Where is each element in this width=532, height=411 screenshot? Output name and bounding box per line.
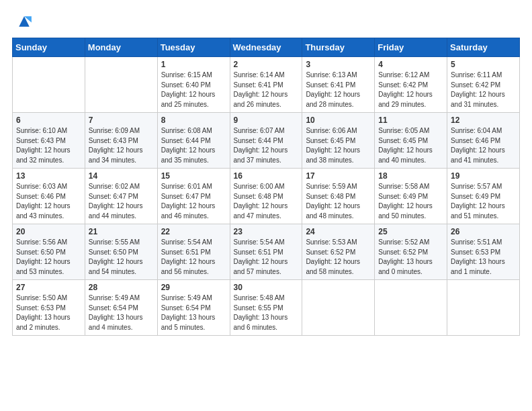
day-info: Sunrise: 6:12 AMSunset: 6:42 PMDaylight:… — [378, 71, 443, 109]
day-info: Sunrise: 5:54 AMSunset: 6:51 PMDaylight:… — [234, 238, 299, 277]
day-number: 30 — [234, 283, 299, 292]
day-number: 11 — [378, 116, 443, 125]
day-info: Sunrise: 5:48 AMSunset: 6:55 PMDaylight:… — [234, 293, 299, 332]
day-cell: 5Sunrise: 6:11 AMSunset: 6:42 PMDaylight… — [447, 57, 520, 113]
calendar: SundayMondayTuesdayWednesdayThursdayFrid… — [12, 38, 520, 336]
weekday-header-saturday: Saturday — [447, 38, 520, 57]
day-number: 22 — [161, 227, 226, 236]
header — [12, 12, 520, 31]
day-info: Sunrise: 5:49 AMSunset: 6:54 PMDaylight:… — [161, 293, 226, 332]
day-cell: 16Sunrise: 6:00 AMSunset: 6:48 PMDayligh… — [230, 169, 302, 224]
day-info: Sunrise: 6:07 AMSunset: 6:44 PMDaylight:… — [234, 126, 299, 165]
week-row-5: 27Sunrise: 5:50 AMSunset: 6:53 PMDayligh… — [13, 280, 520, 336]
day-info: Sunrise: 6:04 AMSunset: 6:46 PMDaylight:… — [451, 126, 516, 165]
day-cell: 9Sunrise: 6:07 AMSunset: 6:44 PMDaylight… — [230, 113, 302, 169]
day-number: 6 — [16, 116, 81, 125]
day-cell: 28Sunrise: 5:49 AMSunset: 6:54 PMDayligh… — [85, 280, 157, 336]
day-cell: 14Sunrise: 6:02 AMSunset: 6:47 PMDayligh… — [85, 169, 157, 224]
day-number: 7 — [89, 116, 154, 125]
day-number: 26 — [451, 227, 516, 236]
day-info: Sunrise: 5:56 AMSunset: 6:50 PMDaylight:… — [16, 238, 81, 277]
day-info: Sunrise: 5:58 AMSunset: 6:49 PMDaylight:… — [378, 182, 443, 221]
day-number: 21 — [89, 227, 154, 236]
day-number: 1 — [161, 60, 226, 69]
day-info: Sunrise: 6:06 AMSunset: 6:45 PMDaylight:… — [306, 126, 371, 165]
day-cell: 17Sunrise: 5:59 AMSunset: 6:48 PMDayligh… — [302, 169, 375, 224]
weekday-header-monday: Monday — [85, 38, 157, 57]
day-number: 24 — [306, 227, 371, 236]
day-number: 8 — [161, 116, 226, 125]
day-number: 2 — [234, 60, 299, 69]
day-info: Sunrise: 6:08 AMSunset: 6:44 PMDaylight:… — [161, 126, 226, 165]
day-cell: 23Sunrise: 5:54 AMSunset: 6:51 PMDayligh… — [230, 224, 302, 280]
day-number: 23 — [234, 227, 299, 236]
day-info: Sunrise: 6:00 AMSunset: 6:48 PMDaylight:… — [234, 182, 299, 221]
day-info: Sunrise: 6:14 AMSunset: 6:41 PMDaylight:… — [234, 71, 299, 109]
day-cell: 7Sunrise: 6:09 AMSunset: 6:43 PMDaylight… — [85, 113, 157, 169]
day-cell — [302, 280, 375, 336]
day-number: 28 — [89, 283, 154, 292]
day-info: Sunrise: 6:02 AMSunset: 6:47 PMDaylight:… — [89, 182, 154, 221]
day-info: Sunrise: 5:49 AMSunset: 6:54 PMDaylight:… — [89, 293, 154, 332]
weekday-header-sunday: Sunday — [13, 38, 85, 57]
day-cell: 10Sunrise: 6:06 AMSunset: 6:45 PMDayligh… — [302, 113, 375, 169]
day-number: 14 — [89, 171, 154, 181]
day-info: Sunrise: 5:50 AMSunset: 6:53 PMDaylight:… — [16, 293, 81, 332]
day-info: Sunrise: 6:11 AMSunset: 6:42 PMDaylight:… — [451, 71, 516, 109]
day-info: Sunrise: 6:09 AMSunset: 6:43 PMDaylight:… — [89, 126, 154, 165]
day-cell — [447, 280, 520, 336]
day-cell: 19Sunrise: 5:57 AMSunset: 6:49 PMDayligh… — [447, 169, 520, 224]
weekday-header-friday: Friday — [375, 38, 447, 57]
day-number: 13 — [16, 171, 81, 181]
logo — [12, 12, 34, 31]
day-cell: 18Sunrise: 5:58 AMSunset: 6:49 PMDayligh… — [375, 169, 447, 224]
day-number: 18 — [378, 171, 443, 181]
day-info: Sunrise: 6:15 AMSunset: 6:40 PMDaylight:… — [161, 71, 226, 109]
page: SundayMondayTuesdayWednesdayThursdayFrid… — [0, 0, 532, 411]
day-cell: 29Sunrise: 5:49 AMSunset: 6:54 PMDayligh… — [157, 280, 230, 336]
day-info: Sunrise: 6:13 AMSunset: 6:41 PMDaylight:… — [306, 71, 371, 109]
day-number: 5 — [451, 60, 516, 69]
logo-icon — [15, 12, 34, 31]
day-cell: 11Sunrise: 6:05 AMSunset: 6:45 PMDayligh… — [375, 113, 447, 169]
day-cell: 12Sunrise: 6:04 AMSunset: 6:46 PMDayligh… — [447, 113, 520, 169]
week-row-3: 13Sunrise: 6:03 AMSunset: 6:46 PMDayligh… — [13, 169, 520, 224]
day-cell: 3Sunrise: 6:13 AMSunset: 6:41 PMDaylight… — [302, 57, 375, 113]
weekday-header-wednesday: Wednesday — [230, 38, 302, 57]
day-number: 20 — [16, 227, 81, 236]
day-info: Sunrise: 5:52 AMSunset: 6:52 PMDaylight:… — [378, 238, 443, 277]
day-info: Sunrise: 5:54 AMSunset: 6:51 PMDaylight:… — [161, 238, 226, 277]
day-number: 27 — [16, 283, 81, 292]
day-cell: 4Sunrise: 6:12 AMSunset: 6:42 PMDaylight… — [375, 57, 447, 113]
day-number: 15 — [161, 171, 226, 181]
weekday-header-tuesday: Tuesday — [157, 38, 230, 57]
day-info: Sunrise: 5:53 AMSunset: 6:52 PMDaylight:… — [306, 238, 371, 277]
day-number: 4 — [378, 60, 443, 69]
day-info: Sunrise: 5:55 AMSunset: 6:50 PMDaylight:… — [89, 238, 154, 277]
day-cell: 13Sunrise: 6:03 AMSunset: 6:46 PMDayligh… — [13, 169, 85, 224]
day-cell — [375, 280, 447, 336]
day-number: 19 — [451, 171, 516, 181]
day-cell: 1Sunrise: 6:15 AMSunset: 6:40 PMDaylight… — [157, 57, 230, 113]
day-cell: 25Sunrise: 5:52 AMSunset: 6:52 PMDayligh… — [375, 224, 447, 280]
day-cell: 15Sunrise: 6:01 AMSunset: 6:47 PMDayligh… — [157, 169, 230, 224]
day-info: Sunrise: 6:03 AMSunset: 6:46 PMDaylight:… — [16, 182, 81, 221]
day-number: 10 — [306, 116, 371, 125]
day-number: 25 — [378, 227, 443, 236]
day-cell: 27Sunrise: 5:50 AMSunset: 6:53 PMDayligh… — [13, 280, 85, 336]
weekday-header-thursday: Thursday — [302, 38, 375, 57]
calendar-header-row: SundayMondayTuesdayWednesdayThursdayFrid… — [13, 38, 520, 57]
day-info: Sunrise: 5:57 AMSunset: 6:49 PMDaylight:… — [451, 182, 516, 221]
day-info: Sunrise: 6:10 AMSunset: 6:43 PMDaylight:… — [16, 126, 81, 165]
day-number: 16 — [234, 171, 299, 181]
day-info: Sunrise: 6:05 AMSunset: 6:45 PMDaylight:… — [378, 126, 443, 165]
day-cell: 2Sunrise: 6:14 AMSunset: 6:41 PMDaylight… — [230, 57, 302, 113]
day-number: 29 — [161, 283, 226, 292]
week-row-1: 1Sunrise: 6:15 AMSunset: 6:40 PMDaylight… — [13, 57, 520, 113]
day-info: Sunrise: 5:59 AMSunset: 6:48 PMDaylight:… — [306, 182, 371, 221]
day-cell: 8Sunrise: 6:08 AMSunset: 6:44 PMDaylight… — [157, 113, 230, 169]
day-cell: 26Sunrise: 5:51 AMSunset: 6:53 PMDayligh… — [447, 224, 520, 280]
day-cell: 30Sunrise: 5:48 AMSunset: 6:55 PMDayligh… — [230, 280, 302, 336]
day-cell: 21Sunrise: 5:55 AMSunset: 6:50 PMDayligh… — [85, 224, 157, 280]
day-cell: 6Sunrise: 6:10 AMSunset: 6:43 PMDaylight… — [13, 113, 85, 169]
